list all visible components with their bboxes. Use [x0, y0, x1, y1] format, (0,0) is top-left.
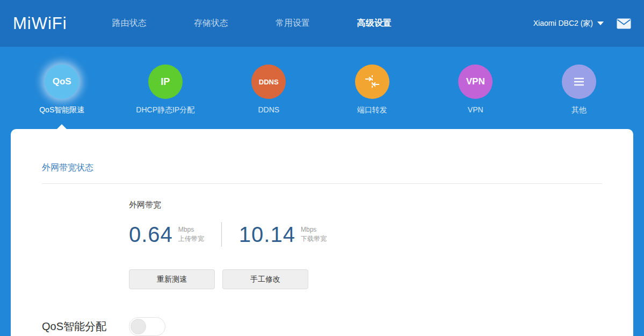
upload-group: 0.64 Mbps 上传带宽	[129, 223, 204, 247]
miwifi-app: MiWiFi 路由状态 存储状态 常用设置 高级设置 Xiaomi DBC2 (…	[0, 0, 644, 336]
bandwidth-label: 外网带宽	[129, 200, 602, 210]
download-caption: 下载带宽	[301, 234, 327, 244]
nav-common-settings[interactable]: 常用设置	[276, 18, 310, 29]
download-value: 10.14	[239, 223, 295, 247]
content-panel: 外网带宽状态 外网带宽 0.64 Mbps 上传带宽 10.14 Mbps	[11, 129, 633, 336]
subnav-item-dhcp[interactable]: IP DHCP静态IP分配	[114, 47, 218, 129]
main-nav: 路由状态 存储状态 常用设置 高级设置	[112, 18, 392, 29]
mail-icon[interactable]	[617, 18, 631, 29]
upload-value: 0.64	[129, 223, 173, 247]
active-tab-pointer	[57, 124, 67, 129]
subnav-item-vpn[interactable]: VPN VPN	[424, 47, 527, 129]
ip-icon-text: IP	[161, 76, 170, 88]
qos-circle-icon: QoS	[45, 65, 79, 99]
qos-toggle[interactable]	[129, 317, 165, 336]
dhcp-circle-icon: IP	[148, 65, 183, 99]
subnav-label-other: 其他	[571, 105, 587, 115]
chevron-down-icon	[597, 22, 604, 25]
subnav-item-qos[interactable]: QoS QoS智能限速	[10, 47, 114, 129]
upload-caption: 上传带宽	[178, 234, 204, 244]
bandwidth-actions: 重新测速 手工修改	[129, 269, 602, 289]
subnav-label-ddns: DDNS	[258, 105, 279, 114]
subnav-label-port-forward: 端口转发	[357, 105, 387, 115]
manual-edit-button[interactable]: 手工修改	[222, 269, 308, 289]
qos-icon-text: QoS	[53, 76, 71, 87]
bandwidth-section: 外网带宽 0.64 Mbps 上传带宽 10.14 Mbps 下载带宽	[129, 200, 602, 289]
subnav-label-qos: QoS智能限速	[39, 105, 84, 115]
ddns-circle-icon: DDNS	[251, 65, 286, 99]
download-group: 10.14 Mbps 下载带宽	[239, 223, 327, 247]
subnav-item-other[interactable]: 其他	[527, 47, 631, 129]
port-forward-icon	[355, 65, 389, 99]
subnav-label-vpn: VPN	[468, 105, 483, 114]
menu-icon	[562, 65, 596, 99]
qos-smart-allocation-row: QoS智能分配	[42, 317, 602, 336]
header-right: Xiaomi DBC2 (家)	[533, 18, 631, 29]
vpn-circle-icon: VPN	[458, 65, 493, 99]
values-divider	[221, 222, 222, 247]
top-header: MiWiFi 路由状态 存储状态 常用设置 高级设置 Xiaomi DBC2 (…	[0, 0, 644, 47]
qos-toggle-knob	[131, 319, 146, 334]
subnav-item-ddns[interactable]: DDNS DDNS	[217, 47, 321, 129]
subnav-label-dhcp: DHCP静态IP分配	[136, 105, 194, 115]
account-label: Xiaomi DBC2 (家)	[533, 19, 593, 28]
nav-router-status[interactable]: 路由状态	[112, 18, 147, 29]
nav-advanced-settings[interactable]: 高级设置	[357, 18, 392, 29]
subnav-band: QoS QoS智能限速 IP DHCP静态IP分配 DDNS DDNS	[0, 47, 644, 129]
vpn-icon-text: VPN	[466, 76, 485, 87]
subnav-item-port-forward[interactable]: 端口转发	[321, 47, 424, 129]
download-unit: Mbps	[301, 225, 327, 234]
ddns-icon-text: DDNS	[259, 78, 279, 86]
miwifi-logo[interactable]: MiWiFi	[13, 14, 67, 33]
section-divider	[42, 183, 602, 184]
account-menu[interactable]: Xiaomi DBC2 (家)	[533, 19, 604, 28]
nav-storage-status[interactable]: 存储状态	[194, 18, 228, 29]
upload-unit: Mbps	[178, 225, 204, 234]
qos-allocation-title: QoS智能分配	[42, 319, 129, 334]
section-title: 外网带宽状态	[42, 162, 602, 174]
bandwidth-values: 0.64 Mbps 上传带宽 10.14 Mbps 下载带宽	[129, 222, 602, 247]
retest-speed-button[interactable]: 重新测速	[129, 269, 215, 289]
